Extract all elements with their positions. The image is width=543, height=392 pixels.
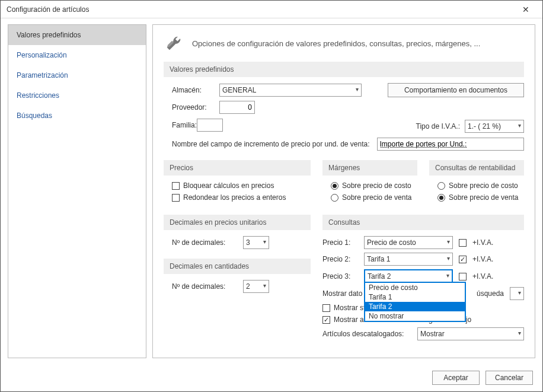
dropdown-option-costo[interactable]: Precio de costo [365, 283, 465, 292]
ok-button[interactable]: Aceptar [432, 371, 480, 385]
input-proveedor[interactable] [219, 101, 255, 114]
label-tipoiva: Tipo de I.V.A.: [416, 122, 461, 130]
label-mostrar-datos: Mostrar dato [322, 289, 362, 298]
label-almacen: Almacén: [172, 86, 219, 94]
label-incremento: Nombre del campo de incremento de precio… [172, 140, 370, 148]
select-busqueda[interactable] [510, 287, 524, 300]
select-dec-cant[interactable]: 2 [243, 280, 269, 293]
sidebar-item-valores[interactable]: Valores predefinidos [8, 25, 146, 45]
radio-margen-costo[interactable] [331, 182, 338, 190]
section-margenes: Márgenes Sobre precio de costo Sobre pre… [322, 160, 417, 205]
main-panel: Opciones de configuración de valores pre… [152, 24, 535, 358]
label-proveedor: Proveedor: [172, 103, 219, 111]
comportamiento-button[interactable]: Comportamiento en documentos [388, 83, 524, 97]
checkbox-iva3[interactable] [459, 273, 467, 281]
section-title-precios: Precios [164, 160, 311, 176]
section-precios: Precios Bloquear cálculos en precios Red… [164, 160, 311, 205]
checkbox-stock-negativo[interactable] [322, 316, 330, 324]
sidebar: Valores predefinidos Personalización Par… [8, 24, 146, 358]
section-consultas: Consultas Precio 1: Precio de costo +I.V… [322, 215, 524, 344]
select-dec-unit[interactable]: 3 [243, 236, 269, 249]
select-descatalogados[interactable]: Mostrar [417, 327, 524, 340]
select-precio2[interactable]: Tarifa 1 [364, 253, 453, 266]
label-dec-cant: Nº de decimales: [172, 282, 243, 291]
section-title-rentabilidad: Consultas de rentabilidad [429, 160, 524, 176]
section-predef: Valores predefinidos Almacén: GENERAL Co… [164, 62, 524, 151]
select-tipoiva[interactable]: 1.- ( 21 %) [465, 120, 524, 133]
label-precio2: Precio 2: [322, 255, 358, 263]
checkbox-iva1[interactable] [459, 239, 467, 247]
select-precio1[interactable]: Precio de costo [364, 236, 453, 249]
titlebar: Configuración de artículos ✕ [1, 1, 542, 18]
input-incremento[interactable] [377, 138, 524, 151]
header-text: Opciones de configuración de valores pre… [192, 39, 480, 48]
dropdown-option-tarifa2[interactable]: Tarifa 2 [365, 302, 465, 311]
dialog-window: Configuración de artículos ✕ Valores pre… [0, 0, 543, 392]
sidebar-item-parametrizacion[interactable]: Parametrización [8, 65, 146, 85]
dropdown-precio3[interactable]: Precio de costo Tarifa 1 Tarifa 2 No mos… [364, 282, 466, 322]
sidebar-item-restricciones[interactable]: Restricciones [8, 85, 146, 106]
label-familia: Familia: [172, 121, 197, 129]
section-title-dec-unit: Decimales en precios unitarios [164, 215, 311, 230]
label-precio3: Precio 3: [322, 272, 358, 281]
section-title-margenes: Márgenes [322, 160, 417, 176]
dropdown-option-tarifa1[interactable]: Tarifa 1 [365, 292, 465, 302]
checkbox-iva2[interactable] [459, 256, 467, 263]
radio-rent-costo[interactable] [437, 182, 445, 190]
window-title: Configuración de artículos [7, 5, 514, 14]
section-title-dec-cant: Decimales en cantidades [164, 259, 311, 274]
radio-margen-venta[interactable] [331, 194, 338, 202]
checkbox-mostrar-stock[interactable] [322, 304, 330, 312]
checkbox-bloquear[interactable] [172, 182, 180, 190]
select-almacen[interactable]: GENERAL [219, 84, 362, 97]
checkbox-redondear[interactable] [172, 194, 180, 202]
close-icon[interactable]: ✕ [514, 5, 538, 14]
footer: Aceptar Cancelar [1, 364, 542, 391]
sidebar-item-personalizacion[interactable]: Personalización [8, 45, 146, 65]
section-dec-unit: Decimales en precios unitarios Nº de dec… [164, 215, 311, 249]
wrench-icon [164, 33, 184, 53]
cancel-button[interactable]: Cancelar [485, 371, 533, 385]
label-precio1: Precio 1: [322, 238, 358, 247]
section-rentabilidad: Consultas de rentabilidad Sobre precio d… [429, 160, 524, 205]
label-dec-unit: Nº de decimales: [172, 238, 243, 247]
radio-rent-venta[interactable] [437, 194, 445, 202]
section-title-consultas: Consultas [322, 215, 524, 230]
section-title-predef: Valores predefinidos [164, 62, 524, 77]
label-descatalogados: Artículos descatalogados: [322, 330, 411, 338]
sidebar-item-busquedas[interactable]: Búsquedas [8, 106, 146, 126]
section-dec-cant: Decimales en cantidades Nº de decimales:… [164, 259, 311, 293]
input-familia[interactable] [197, 119, 223, 132]
content-area: Valores predefinidos Personalización Par… [1, 18, 542, 364]
dropdown-option-nomostrar[interactable]: No mostrar [365, 311, 465, 321]
